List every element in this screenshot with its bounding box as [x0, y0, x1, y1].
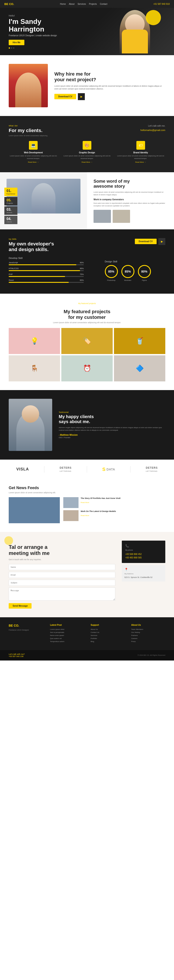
skills-label: My Skills: [9, 238, 54, 240]
story-work: Work in company Generators Duis aute iru…: [94, 198, 168, 207]
contact-section: Tal or arrange a meeting with me Get in …: [0, 532, 174, 617]
project-4[interactable]: 🪑: [9, 355, 60, 382]
web-dev-readmore[interactable]: Read More →: [28, 161, 39, 163]
contact-name-input[interactable]: [9, 564, 115, 570]
service-brand: 🏷 Brand Identity Lorem ipsum dolor sit a…: [116, 141, 165, 163]
why-body: Lorem ipsum dolor sit amet consectetur a…: [54, 85, 165, 91]
nav-link-about[interactable]: About: [69, 3, 75, 5]
client-image: [9, 399, 52, 451]
contact-address-card: 📍 My Address 523 S. Spruce St. Cookievil…: [122, 565, 165, 582]
phone-label: My phone: [125, 549, 162, 552]
footer-tagline: Freelance UI/UX Designer: [9, 629, 43, 631]
news-item-2-link[interactable]: Read More: [81, 515, 89, 517]
what-top: What I do! For my clients. Lorem ipsum d…: [9, 125, 165, 137]
what-contact: Let's talk with me. hellomarks@gmail.com: [140, 125, 165, 137]
skills-download-button[interactable]: Download CV: [135, 239, 156, 244]
play-icon-button[interactable]: ▶: [78, 93, 85, 100]
brand-desc: Lorem ipsum dolor sit amet consectetur a…: [116, 154, 165, 159]
contact-submit-button[interactable]: Send Message: [9, 603, 32, 609]
graphic-readmore[interactable]: Read More →: [81, 161, 93, 163]
project-6[interactable]: 🔷: [114, 355, 165, 382]
nav-link-services[interactable]: Services: [78, 3, 86, 5]
story-left: 01. Experience 05. Projects 03. Awards 0…: [0, 172, 87, 229]
hero-section: Hello! I'm Sandy Harrington Freelance UI…: [0, 8, 174, 55]
phone-2: +00 483 868 565: [125, 556, 162, 560]
news-grid: The Story Of Portfolio Has Just Gone Vir…: [9, 497, 165, 525]
brand-visla: VISLA: [16, 467, 29, 471]
nav-link-projects[interactable]: Projects: [89, 3, 97, 5]
what-i-do-section: What I do! For my clients. Lorem ipsum d…: [0, 116, 174, 172]
nav-link-home[interactable]: Home: [60, 3, 66, 5]
phone-icon: 📞: [125, 544, 162, 547]
brand-data: S DATA: [102, 466, 115, 472]
skills-left: Develop Skill JavaScript 90% HTML/CSS 95…: [9, 257, 84, 285]
footer-col-about: About Us Team Members Our History Partne…: [131, 624, 165, 644]
project-6-icon: 🔷: [114, 355, 165, 382]
stat-1: 01. Experience: [4, 188, 18, 196]
project-5[interactable]: ⏰: [61, 355, 113, 382]
story-images: [94, 210, 168, 223]
client-content: Testimonial My happy clients says about …: [59, 411, 165, 439]
contact-message-input[interactable]: [9, 587, 115, 601]
hero-content: Hello! I'm Sandy Harrington Freelance UI…: [9, 14, 57, 49]
dot-3: [13, 47, 14, 49]
footer-col-latest-list: Lorem ipsum dolor Sed ut perspiciatis Ne…: [50, 628, 84, 643]
services-list: 💻 Web Development Lorem ipsum dolor sit …: [9, 141, 165, 163]
footer-latest-2: Sed ut perspiciatis: [50, 632, 84, 633]
hero-circle: [146, 10, 161, 25]
skill-react: React 80%: [9, 279, 84, 283]
brand-divider-3: [130, 466, 131, 473]
footer-support-4: Portfolio: [91, 638, 125, 640]
project-4-icon: 🪑: [9, 355, 60, 382]
contact-email[interactable]: hellomarks@gmail.com: [140, 129, 165, 131]
project-3[interactable]: 🥤: [114, 328, 165, 354]
skill-php: PHP 75%: [9, 273, 84, 277]
client-quote: Adimem engite alipna adipiscing elit sed…: [59, 426, 165, 431]
what-subtitle: Lorem ipsum dolor sit amet consectetur a…: [9, 135, 48, 137]
news-item-1-title: The Story Of Portfolio Has Just Gone Vir…: [81, 497, 121, 500]
contact-form: Send Message: [9, 564, 115, 609]
story-person-image: [6, 179, 80, 213]
contact-body: Get in touch with me for any inquiries.: [9, 558, 115, 561]
contact-subject-input[interactable]: [9, 580, 115, 586]
contact-email-input[interactable]: [9, 572, 115, 578]
hero-dots: [9, 47, 57, 49]
news-title: Get News Feeds: [9, 486, 165, 490]
web-dev-title: Web Development: [9, 151, 58, 154]
deco-circle-1: [4, 536, 13, 545]
stat-3: 03. Awards: [4, 206, 18, 215]
contact-title: Tal or arrange a meeting with me: [9, 544, 115, 556]
dot-2: [11, 47, 12, 49]
skills-play-icon[interactable]: ▶: [158, 238, 165, 245]
footer-about-1: Team Members: [131, 628, 165, 630]
web-dev-desc: Lorem ipsum dolor sit amet consectetur a…: [9, 154, 58, 159]
projects-label: My featured projects: [9, 302, 165, 304]
clients-section: Testimonial My happy clients says about …: [0, 390, 174, 460]
news-items-col: The Story Of Portfolio Has Just Gone Vir…: [63, 497, 165, 525]
project-1[interactable]: 💡: [9, 328, 60, 354]
story-body2: Duis aute irure dolor in reprehenderit v…: [94, 202, 168, 207]
nav-link-contact[interactable]: Contact: [100, 3, 107, 5]
phone-1: +00 568 868 452: [125, 552, 162, 556]
projects-title: My featured projectsfor my customer: [9, 309, 165, 320]
footer-logo-col: BE CO. Freelance UI/UX Designer: [9, 624, 43, 644]
nav-logo[interactable]: BE CO.: [4, 2, 14, 6]
web-dev-icon: 💻: [29, 141, 38, 150]
story-stats: 01. Experience 05. Projects 03. Awards 0…: [4, 188, 18, 225]
footer-about-5: Press: [131, 641, 165, 643]
develop-label: Develop Skill: [9, 257, 84, 259]
skill-js: JavaScript 90%: [9, 261, 84, 265]
skills-right: Design Skill 85% Photoshop 85% Illustrat…: [90, 257, 165, 285]
project-2[interactable]: 🏷️: [61, 328, 113, 354]
play-icon: ▶: [80, 95, 83, 98]
footer-about-2: Our History: [131, 632, 165, 633]
why-content: Why hire me for your next project? Lorem…: [54, 71, 165, 100]
hero-cta-button[interactable]: Hire Me: [9, 40, 24, 45]
brand-readmore[interactable]: Read More →: [135, 161, 146, 163]
service-web-dev: 💻 Web Development Lorem ipsum dolor sit …: [9, 141, 58, 163]
footer-cta: Let's talk with me?: [9, 653, 25, 655]
news-item-1-link[interactable]: Read More: [81, 501, 89, 503]
download-cv-button[interactable]: Download CV: [54, 94, 76, 99]
work-title: Work in company Generators: [94, 198, 168, 201]
brand-title: Brand Identity: [116, 151, 165, 154]
